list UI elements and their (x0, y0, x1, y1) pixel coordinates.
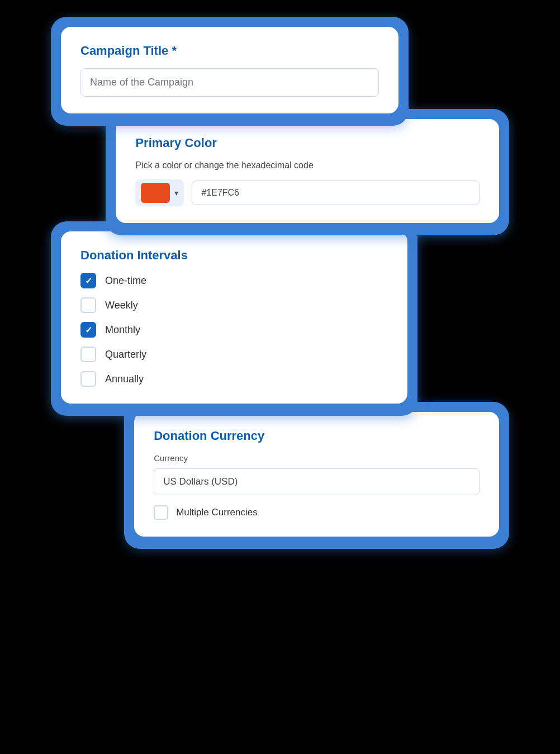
checkbox-one-time[interactable] (80, 273, 96, 288)
interval-monthly[interactable]: Monthly (80, 322, 388, 338)
primary-color-card: Primary Color Pick a color or change the… (116, 119, 499, 223)
checkbox-monthly[interactable] (80, 322, 96, 338)
currency-input[interactable] (154, 468, 480, 495)
primary-color-blob: Primary Color Pick a color or change the… (106, 109, 509, 235)
color-row: ▾ (135, 179, 480, 206)
donation-currency-blob: Donation Currency Currency Multiple Curr… (124, 402, 509, 549)
chevron-down-icon: ▾ (174, 188, 178, 197)
campaign-title-heading: Campaign Title * (80, 44, 379, 58)
interval-annually-label: Annually (105, 373, 144, 385)
color-picker-button[interactable]: ▾ (135, 179, 184, 206)
interval-quarterly-label: Quarterly (105, 349, 146, 361)
multi-currency-row: Multiple Currencies (154, 505, 480, 520)
primary-color-heading: Primary Color (135, 136, 480, 150)
multi-currency-checkbox[interactable] (154, 505, 168, 520)
interval-one-time[interactable]: One-time (80, 273, 388, 288)
primary-color-description: Pick a color or change the hexadecimal c… (135, 160, 480, 170)
donation-intervals-blob: Donation Intervals One-time Weekly Month… (51, 221, 417, 416)
hex-input[interactable] (192, 181, 480, 205)
donation-intervals-heading: Donation Intervals (80, 248, 388, 263)
interval-annually[interactable]: Annually (80, 371, 388, 387)
page-wrapper: Campaign Title * Primary Color Pick a co… (51, 17, 509, 549)
checkbox-quarterly[interactable] (80, 347, 96, 362)
donation-currency-card: Donation Currency Currency Multiple Curr… (134, 412, 499, 537)
checkbox-annually[interactable] (80, 371, 96, 387)
interval-monthly-label: Monthly (105, 324, 140, 336)
color-swatch (141, 183, 170, 203)
interval-weekly-label: Weekly (105, 300, 138, 311)
multi-currency-label: Multiple Currencies (176, 507, 258, 518)
interval-quarterly[interactable]: Quarterly (80, 347, 388, 362)
donation-currency-heading: Donation Currency (154, 429, 480, 443)
checkbox-list: One-time Weekly Monthly Quarterly Annual (80, 273, 388, 387)
campaign-title-input[interactable] (80, 68, 379, 97)
campaign-title-blob: Campaign Title * (51, 17, 409, 126)
currency-label: Currency (154, 453, 480, 463)
interval-one-time-label: One-time (105, 275, 146, 287)
checkbox-weekly[interactable] (80, 297, 96, 313)
donation-intervals-card: Donation Intervals One-time Weekly Month… (61, 231, 407, 404)
interval-weekly[interactable]: Weekly (80, 297, 388, 313)
campaign-title-card: Campaign Title * (61, 27, 398, 113)
